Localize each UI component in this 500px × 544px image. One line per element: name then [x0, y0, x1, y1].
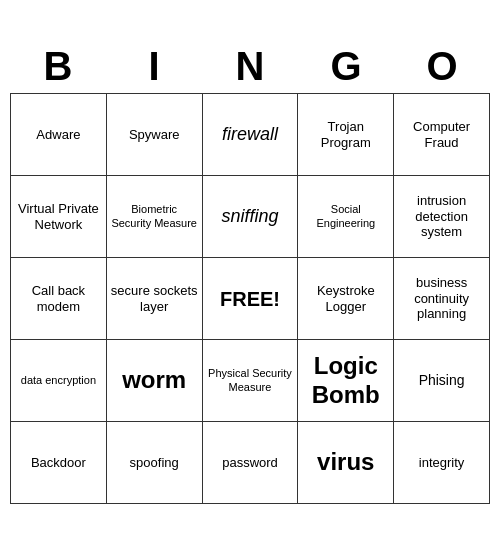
cell-text: firewall: [222, 124, 278, 146]
bingo-cell[interactable]: Spyware: [107, 94, 203, 176]
bingo-cell[interactable]: Computer Fraud: [394, 94, 490, 176]
bingo-grid: AdwareSpywarefirewallTrojan ProgramCompu…: [10, 93, 490, 504]
cell-text: Trojan Program: [302, 119, 389, 150]
cell-text: Biometric Security Measure: [111, 203, 198, 229]
bingo-cell[interactable]: Keystroke Logger: [298, 258, 394, 340]
bingo-cell[interactable]: secure sockets layer: [107, 258, 203, 340]
cell-text: Keystroke Logger: [302, 283, 389, 314]
cell-text: business continuity planning: [398, 275, 485, 322]
bingo-cell[interactable]: Logic Bomb: [298, 340, 394, 422]
cell-text: password: [222, 455, 278, 471]
bingo-cell[interactable]: worm: [107, 340, 203, 422]
cell-text: intrusion detection system: [398, 193, 485, 240]
bingo-cell[interactable]: Virtual Private Network: [11, 176, 107, 258]
cell-text: Social Engineering: [302, 203, 389, 229]
cell-text: spoofing: [130, 455, 179, 471]
bingo-cell[interactable]: Trojan Program: [298, 94, 394, 176]
bingo-cell[interactable]: Backdoor: [11, 422, 107, 504]
header-letter: O: [394, 40, 490, 93]
bingo-cell[interactable]: password: [203, 422, 299, 504]
bingo-cell[interactable]: spoofing: [107, 422, 203, 504]
cell-text: integrity: [419, 455, 465, 471]
cell-text: secure sockets layer: [111, 283, 198, 314]
bingo-cell[interactable]: data encryption: [11, 340, 107, 422]
cell-text: Backdoor: [31, 455, 86, 471]
cell-text: Spyware: [129, 127, 180, 143]
bingo-cell[interactable]: Adware: [11, 94, 107, 176]
header-letter: B: [10, 40, 106, 93]
cell-text: data encryption: [21, 374, 96, 387]
cell-text: Adware: [36, 127, 80, 143]
bingo-card: BINGO AdwareSpywarefirewallTrojan Progra…: [10, 40, 490, 504]
bingo-cell[interactable]: intrusion detection system: [394, 176, 490, 258]
cell-text: Computer Fraud: [398, 119, 485, 150]
bingo-cell[interactable]: FREE!: [203, 258, 299, 340]
bingo-cell[interactable]: Call back modem: [11, 258, 107, 340]
bingo-cell[interactable]: Social Engineering: [298, 176, 394, 258]
cell-text: Logic Bomb: [302, 352, 389, 410]
cell-text: Call back modem: [15, 283, 102, 314]
header-letter: I: [106, 40, 202, 93]
bingo-cell[interactable]: integrity: [394, 422, 490, 504]
cell-text: Phising: [419, 372, 465, 389]
bingo-header: BINGO: [10, 40, 490, 93]
bingo-cell[interactable]: Biometric Security Measure: [107, 176, 203, 258]
cell-text: sniffing: [221, 206, 278, 228]
bingo-cell[interactable]: virus: [298, 422, 394, 504]
header-letter: G: [298, 40, 394, 93]
bingo-cell[interactable]: sniffing: [203, 176, 299, 258]
bingo-cell[interactable]: business continuity planning: [394, 258, 490, 340]
bingo-cell[interactable]: Physical Security Measure: [203, 340, 299, 422]
cell-text: virus: [317, 448, 374, 477]
bingo-cell[interactable]: Phising: [394, 340, 490, 422]
cell-text: worm: [122, 366, 186, 395]
cell-text: Physical Security Measure: [207, 367, 294, 393]
cell-text: Virtual Private Network: [15, 201, 102, 232]
header-letter: N: [202, 40, 298, 93]
cell-text: FREE!: [220, 287, 280, 311]
bingo-cell[interactable]: firewall: [203, 94, 299, 176]
